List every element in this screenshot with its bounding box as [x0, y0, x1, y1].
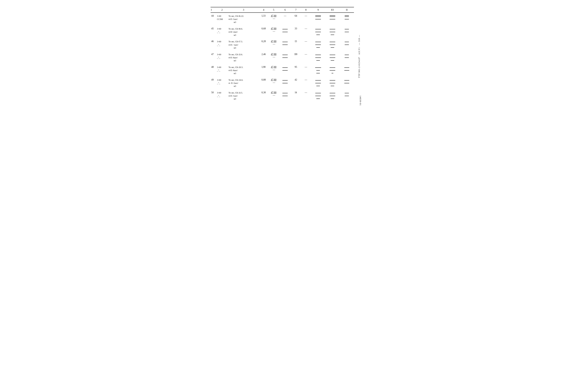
row-47-col5: 47,80 —	[268, 51, 280, 64]
row-47-col6	[280, 51, 291, 64]
row-50-col8: —	[301, 89, 311, 102]
row-45-col2: 3-60_"_	[216, 26, 228, 38]
header-col-10: IO	[325, 7, 340, 13]
row-47-num: 47	[210, 51, 216, 64]
row-48-col9	[311, 64, 325, 77]
row-49-col6	[280, 77, 291, 89]
row-50-col11	[340, 89, 354, 102]
row-50-col10	[325, 89, 340, 102]
header-col-1: I	[210, 7, 216, 13]
row-46-col8: —	[301, 38, 311, 51]
row-44-col9	[311, 13, 325, 26]
row-45-col5: 47,80 —	[268, 26, 280, 38]
row-46-col10	[325, 38, 340, 51]
row-44-col6: —	[280, 13, 291, 26]
row-50-col2: 3-60_"_	[216, 89, 228, 102]
row-50-col7: I4	[291, 89, 301, 102]
row-49-col10	[325, 77, 340, 89]
row-47-col9	[311, 51, 325, 64]
row-46-col7: I3	[291, 38, 301, 51]
row-45-col6	[280, 26, 291, 38]
row-49-num: 49	[210, 77, 216, 89]
header-col-5: 5	[268, 7, 280, 13]
row-44-col2: 3-60ССIM	[216, 13, 228, 26]
row-45-col3: То же, СБ-I8.6. 4-П/ 2шт/ м3	[228, 26, 259, 38]
row-45-num: 45	[210, 26, 216, 38]
row-49-col4: 0,88	[259, 77, 268, 89]
row-47-col7: II8	[291, 51, 301, 64]
row-50-col3: То же, СБ-2I.5. 4-П /1шт/ м3	[228, 89, 259, 102]
row-48-col2: 3-60_"_	[216, 64, 228, 77]
header-col-11: II	[340, 7, 354, 13]
row-50-col6	[280, 89, 291, 102]
header-col-3: 3	[228, 7, 259, 13]
row-44-col5: 47,80 —	[268, 13, 280, 26]
row-49-col11	[340, 77, 354, 89]
header-col-8: 8	[301, 7, 311, 13]
row-49-col8: —	[301, 77, 311, 89]
table-row: 44 3-60ССIM То же, СБ-I6.22. 4-П /1шт/ м…	[210, 13, 354, 26]
row-47-col10	[325, 51, 340, 64]
row-46-col3: То же, СБ-I7.5. 4-П / 1шт/ м3	[228, 38, 259, 51]
row-44-col11	[340, 13, 354, 26]
row-46-col4: 0,28	[259, 38, 268, 51]
row-47-col4: 2,46	[259, 51, 268, 64]
header-col-2: 2	[216, 7, 228, 13]
row-47-col8: —	[301, 51, 311, 64]
row-48-col11	[340, 64, 354, 77]
row-49-col5: 47,80 —	[268, 77, 280, 89]
row-48-col4: I,98	[259, 64, 268, 77]
row-48-col7: 95	[291, 64, 301, 77]
row-48-col5: 47,80 —	[268, 64, 280, 77]
row-46-col9	[311, 38, 325, 51]
row-50-col5: 47,80 —	[268, 89, 280, 102]
row-46-col5: 47,80 —	[268, 38, 280, 51]
row-50-col4: 0,30	[259, 89, 268, 102]
row-45-col7: 33	[291, 26, 301, 38]
row-46-col11	[340, 38, 354, 51]
side-title-text: ТТР 901-2-0154.87 АЛ.У1 — 310 —	[358, 35, 361, 78]
row-49-col9	[311, 77, 325, 89]
row-50-col9	[311, 89, 325, 102]
row-44-col10	[325, 13, 340, 26]
row-45-col10	[325, 26, 340, 38]
row-44-col8: —	[301, 13, 311, 26]
row-48-col10	[325, 64, 340, 77]
row-48-col3: То же, СБ-20.5. 4-П /6шт/ м3	[228, 64, 259, 77]
row-47-col11	[340, 51, 354, 64]
side-label: ТТР 901-2-0154.87 АЛ.У1 — 310 — 14039-01	[356, 3, 363, 109]
row-49-col7: 42	[291, 77, 301, 89]
header-col-6: 6	[280, 7, 291, 13]
table-row: 49 3-60_"_ То же, СБ-24.6. 4- П /2шт/ м3…	[210, 77, 354, 89]
main-table: I 2 3 4 5 6 7 8 9 IO II 44 3-60ССIM То ж…	[210, 7, 354, 102]
table-row: 46 3-60_"_ То же, СБ-I7.5. 4-П / 1шт/ м3…	[210, 38, 354, 51]
row-46-col6	[280, 38, 291, 51]
row-48-num: 48	[210, 64, 216, 77]
header-col-9: 9	[311, 7, 325, 13]
row-47-col3: То же, СБ-2I.6. 4-П /6шт/ м3	[228, 51, 259, 64]
row-49-col2: 3-60_"_	[216, 77, 228, 89]
row-45-col4: 0,68	[259, 26, 268, 38]
row-48-col8: —	[301, 64, 311, 77]
header-col-7: 7	[291, 7, 301, 13]
row-47-col2: 3-60_"_	[216, 51, 228, 64]
side-bottom-text: 14039-01	[359, 96, 362, 106]
table-header: I 2 3 4 5 6 7 8 9 IO II	[210, 7, 354, 13]
row-45-col8: —	[301, 26, 311, 38]
table-row: 48 3-60_"_ То же, СБ-20.5. 4-П /6шт/ м3 …	[210, 64, 354, 77]
row-46-col2: 3-60_"_	[216, 38, 228, 51]
row-50-num: 50	[210, 89, 216, 102]
page-container: ТТР 901-2-0154.87 АЛ.У1 — 310 — 14039-01…	[205, 3, 363, 109]
table-row: 50 3-60_"_ То же, СБ-2I.5. 4-П /1шт/ м3 …	[210, 89, 354, 102]
row-48-col6	[280, 64, 291, 77]
row-45-col11	[340, 26, 354, 38]
table-row: 47 3-60_"_ То же, СБ-2I.6. 4-П /6шт/ м3 …	[210, 51, 354, 64]
row-44-num: 44	[210, 13, 216, 26]
table-row: 45 3-60_"_ То же, СБ-I8.6. 4-П/ 2шт/ м3 …	[210, 26, 354, 38]
row-49-col3: То же, СБ-24.6. 4- П /2шт/ м3	[228, 77, 259, 89]
row-44-col4: I,33	[259, 13, 268, 26]
row-45-col9	[311, 26, 325, 38]
header-col-4: 4	[259, 7, 268, 13]
row-44-col7: 64	[291, 13, 301, 26]
row-44-col3: То же, СБ-I6.22. 4-П /1шт/ м3	[228, 13, 259, 26]
